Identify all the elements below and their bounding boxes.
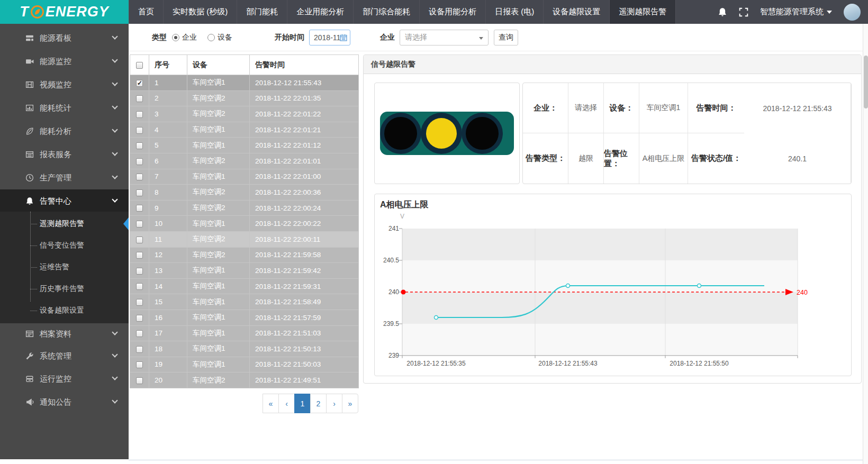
sidebar: 能源看板 能源监控 视频监控 能耗统计 能耗分析 报表服务 生产管理 告警中心	[0, 24, 129, 459]
top-nav-item[interactable]: 日报表 (电)	[485, 0, 543, 24]
table-row[interactable]: 18 车间空调1 2018-11-22 21:50:13	[130, 341, 359, 357]
sidebar-item-energy-board[interactable]: 能源看板	[0, 26, 129, 50]
top-nav-item[interactable]: 设备用能分析	[419, 0, 485, 24]
page-button[interactable]: «	[263, 394, 279, 413]
row-checkbox[interactable]	[136, 315, 143, 322]
page-button[interactable]: ‹	[278, 394, 295, 413]
top-nav-item[interactable]: 部门综合能耗	[353, 0, 419, 24]
sidebar-item-energy-monitor[interactable]: 能源监控	[0, 50, 129, 73]
table-row[interactable]: 17 车间空调1 2018-11-22 21:51:03	[130, 325, 359, 341]
table-row[interactable]: 15 车间空调1 2018-11-22 21:58:49	[130, 294, 359, 310]
table-row[interactable]: 19 车间空调1 2018-11-22 21:50:03	[130, 357, 359, 372]
table-row[interactable]: 7 车间空调1 2018-11-22 22:01:00	[130, 169, 359, 185]
archive-icon	[25, 330, 34, 338]
table-row[interactable]: 10 车间空调1 2018-11-22 22:00:22	[130, 216, 359, 232]
row-checkbox[interactable]	[136, 252, 143, 259]
table-row[interactable]: 14 车间空调1 2018-11-22 21:59:31	[130, 278, 359, 294]
sidebar-item-ops-monitor[interactable]: 运行监控	[0, 367, 129, 390]
cell-device: 车间空调1	[187, 263, 250, 279]
cell-seq: 1	[149, 75, 187, 91]
cell-device: 车间空调1	[187, 310, 250, 325]
calendar-icon[interactable]	[340, 34, 347, 43]
row-checkbox[interactable]	[136, 111, 143, 118]
table-row[interactable]: 11 车间空调2 2018-11-22 22:00:11	[130, 231, 359, 247]
table-row[interactable]: 12 车间空调2 2018-11-22 21:59:58	[130, 247, 359, 263]
row-checkbox[interactable]	[136, 205, 143, 212]
row-checkbox[interactable]	[136, 361, 143, 368]
chevron-down-icon	[112, 80, 117, 86]
sidebar-item-energy-stats[interactable]: 能耗统计	[0, 96, 129, 120]
sidebar-item-energy-analysis[interactable]: 能耗分析	[0, 120, 129, 143]
table-row[interactable]: 2 车间空调2 2018-11-22 22:01:35	[130, 90, 359, 106]
top-nav-item[interactable]: 实时数据 (秒级)	[163, 0, 237, 24]
table-row[interactable]: 4 车间空调1 2018-11-22 22:01:21	[130, 122, 359, 138]
select-all-checkbox[interactable]	[136, 62, 143, 69]
row-checkbox[interactable]	[136, 80, 143, 87]
table-row[interactable]: 1 车间空调1 2018-12-12 21:55:43	[130, 75, 359, 91]
page-button[interactable]: 1	[294, 394, 311, 413]
table-row[interactable]: 6 车间空调2 2018-11-22 22:01:01	[130, 153, 359, 169]
table-row[interactable]: 3 车间空调2 2018-11-22 22:01:22	[130, 106, 359, 122]
sidebar-item-alarm-center[interactable]: 告警中心	[0, 189, 129, 213]
submenu-item[interactable]: 历史事件告警	[0, 278, 129, 299]
row-checkbox[interactable]	[136, 330, 143, 337]
row-checkbox[interactable]	[136, 299, 143, 306]
row-checkbox[interactable]	[136, 142, 143, 149]
row-checkbox[interactable]	[136, 174, 143, 180]
sidebar-item-production[interactable]: 生产管理	[0, 166, 129, 189]
chevron-down-icon	[112, 126, 117, 132]
submenu-item[interactable]: 遥测越限告警	[0, 213, 129, 234]
top-nav-item[interactable]: 设备越限设置	[543, 0, 609, 24]
table-row[interactable]: 13 车间空调1 2018-11-22 21:59:42	[130, 263, 359, 279]
sidebar-item-system-mgmt[interactable]: 系统管理	[0, 344, 129, 368]
enterprise-label: 企业	[380, 33, 395, 42]
top-nav-item[interactable]: 遥测越限告警	[609, 0, 676, 24]
submenu-item[interactable]: 设备越限设置	[0, 299, 129, 321]
table-row[interactable]: 5 车间空调1 2018-11-22 22:01:12	[130, 138, 359, 153]
row-checkbox[interactable]	[136, 221, 143, 228]
top-nav-item[interactable]: 部门能耗	[237, 0, 287, 24]
info-value: A相电压上限	[639, 133, 688, 184]
start-time-input[interactable]: 2018-11	[309, 30, 350, 46]
row-checkbox[interactable]	[136, 346, 143, 353]
bell-icon[interactable]	[718, 7, 727, 17]
page-button[interactable]: »	[342, 394, 358, 413]
top-nav-item[interactable]: 首页	[129, 0, 163, 24]
avatar[interactable]	[844, 4, 861, 21]
sidebar-item-archives[interactable]: 档案资料	[0, 322, 129, 345]
row-checkbox[interactable]	[136, 377, 143, 384]
cell-time: 2018-11-22 21:57:59	[250, 310, 359, 325]
sidebar-item-notices[interactable]: 通知公告	[0, 390, 129, 414]
top-nav-item[interactable]: 企业用能分析	[287, 0, 353, 24]
enterprise-select[interactable]: 请选择	[400, 30, 489, 46]
fullscreen-icon[interactable]	[739, 7, 748, 17]
table-row[interactable]: 16 车间空调1 2018-11-22 21:57:59	[130, 310, 359, 325]
cell-time: 2018-11-22 21:49:51	[250, 372, 359, 388]
query-button[interactable]: 查询	[494, 30, 518, 46]
row-checkbox[interactable]	[136, 189, 143, 196]
cell-device: 车间空调1	[187, 216, 250, 232]
row-checkbox[interactable]	[136, 268, 143, 275]
cell-device: 车间空调2	[187, 247, 250, 263]
table-row[interactable]: 8 车间空调2 2018-11-22 22:00:36	[130, 185, 359, 201]
vertical-scrollbar[interactable]	[863, 24, 868, 464]
page-button[interactable]: ›	[326, 394, 342, 413]
sidebar-item-report-service[interactable]: 报表服务	[0, 143, 129, 166]
info-label: 告警时间：	[688, 83, 744, 133]
radio-enterprise[interactable]	[172, 34, 179, 41]
row-checkbox[interactable]	[136, 158, 143, 165]
table-row[interactable]: 9 车间空调2 2018-11-22 22:00:24	[130, 200, 359, 216]
submenu-item[interactable]: 运维告警	[0, 256, 129, 278]
row-checkbox[interactable]	[136, 236, 143, 243]
radio-device[interactable]	[207, 34, 215, 41]
row-checkbox[interactable]	[136, 283, 143, 290]
scrollbar-thumb[interactable]	[864, 56, 868, 108]
filter-bar: 类型 企业 设备 开始时间 2018-11 企业 请选择 查询	[129, 24, 863, 51]
row-checkbox[interactable]	[136, 127, 143, 134]
row-checkbox[interactable]	[136, 95, 143, 102]
system-menu[interactable]: 智慧能源管理系统	[760, 7, 832, 17]
submenu-item[interactable]: 信号变位告警	[0, 234, 129, 256]
table-row[interactable]: 20 车间空调2 2018-11-22 21:49:51	[130, 372, 359, 388]
sidebar-item-video-monitor[interactable]: 视频监控	[0, 73, 129, 96]
page-button[interactable]: 2	[310, 394, 327, 413]
